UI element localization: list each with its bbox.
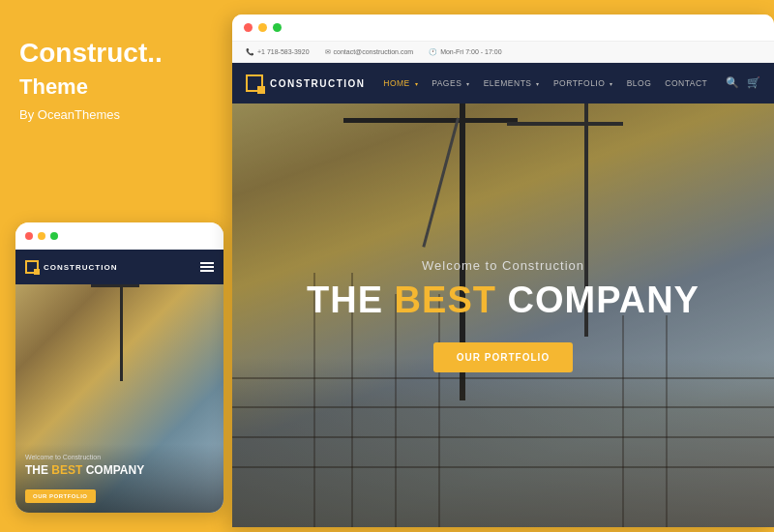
mobile-top-bar: [15, 222, 223, 250]
mobile-welcome-text: Welcome to Construction: [25, 454, 214, 460]
cart-icon[interactable]: 🛒: [747, 76, 760, 90]
theme-author: By OceanThemes: [19, 107, 218, 122]
mobile-mockup: CONSTRUCTION Welcome to Construction THE…: [15, 222, 223, 513]
nav-elements[interactable]: ELEMENTS ▾: [484, 78, 540, 88]
search-icon[interactable]: 🔍: [726, 76, 739, 90]
crane-mobile-icon: [120, 284, 123, 381]
desktop-dot-yellow: [258, 23, 267, 32]
mobile-logo-text: CONSTRUCTION: [44, 263, 117, 272]
desktop-mockup: 📞 +1 718-583-3920 ✉ contact@construction…: [232, 15, 774, 527]
email-info: ✉ contact@construction.com: [325, 48, 414, 56]
desktop-top-info-bar: 📞 +1 718-583-3920 ✉ contact@construction…: [232, 42, 774, 63]
mobile-nav: CONSTRUCTION: [15, 250, 223, 284]
desktop-headline-part1: THE: [307, 280, 395, 320]
hours-info: 🕐 Mon-Fri 7:00 - 17:00: [429, 48, 501, 56]
theme-subtitle: Theme: [19, 74, 218, 100]
home-arrow: ▾: [415, 81, 419, 87]
desktop-top-bar: [232, 15, 774, 42]
elements-arrow: ▾: [536, 81, 540, 87]
phone-info: 📞 +1 718-583-3920: [246, 48, 310, 56]
mobile-hero: Welcome to Construction THE BEST COMPANY…: [15, 284, 223, 513]
hamburger-icon[interactable]: [200, 262, 214, 272]
desktop-headline-best: BEST: [395, 280, 496, 320]
nav-portfolio[interactable]: PORTFOLIO ▾: [553, 78, 613, 88]
portfolio-arrow: ▾: [610, 81, 613, 87]
email-text: contact@construction.com: [334, 48, 414, 55]
desktop-headline: THE BEST COMPANY: [307, 281, 700, 321]
desktop-nav-links: HOME ▾ PAGES ▾ ELEMENTS ▾ PORTFOLIO ▾ BL…: [383, 78, 707, 88]
desktop-dot-red: [244, 23, 253, 32]
desktop-dot-green: [273, 23, 282, 32]
desktop-logo-text: CONSTRUCTION: [270, 78, 366, 89]
mobile-logo: CONSTRUCTION: [25, 260, 117, 274]
mobile-cta-button[interactable]: OUR PORTFOLIO: [25, 489, 96, 503]
phone-text: +1 718-583-3920: [257, 48, 310, 55]
mobile-dot-green: [50, 232, 58, 240]
nav-home[interactable]: HOME ▾: [383, 78, 418, 88]
mobile-headline-best: BEST: [51, 463, 82, 477]
mobile-dot-red: [25, 232, 33, 240]
theme-title: Construct..: [19, 39, 218, 69]
desktop-logo-icon: [246, 74, 263, 92]
email-icon: ✉: [325, 48, 331, 56]
desktop-hero-overlay: Welcome to Construction THE BEST COMPANY…: [232, 103, 774, 527]
pages-arrow: ▾: [466, 81, 470, 87]
desktop-cta-button[interactable]: OUR PORTFOLIO: [433, 342, 573, 372]
clock-icon: 🕐: [429, 48, 437, 56]
mobile-headline-part2: COMPANY: [82, 463, 144, 477]
mobile-headline: THE BEST COMPANY: [25, 463, 214, 477]
desktop-nav: CONSTRUCTION HOME ▾ PAGES ▾ ELEMENTS ▾ P…: [232, 63, 774, 103]
desktop-headline-part2: COMPANY: [496, 280, 700, 320]
desktop-hero: Welcome to Construction THE BEST COMPANY…: [232, 103, 774, 527]
nav-action-icons: 🔍 🛒: [726, 76, 760, 90]
mobile-hero-overlay: Welcome to Construction THE BEST COMPANY…: [15, 444, 223, 513]
nav-blog[interactable]: BLOG: [627, 78, 652, 88]
desktop-welcome-text: Welcome to Construction: [422, 258, 584, 273]
mobile-logo-icon: [25, 260, 39, 274]
nav-pages[interactable]: PAGES ▾: [432, 78, 470, 88]
hours-text: Mon-Fri 7:00 - 17:00: [440, 48, 501, 55]
mobile-dot-yellow: [38, 232, 45, 240]
mobile-headline-part1: THE: [25, 463, 51, 477]
phone-icon: 📞: [246, 48, 254, 56]
desktop-logo: CONSTRUCTION: [246, 74, 366, 92]
nav-contact[interactable]: CONTACT: [665, 78, 707, 88]
